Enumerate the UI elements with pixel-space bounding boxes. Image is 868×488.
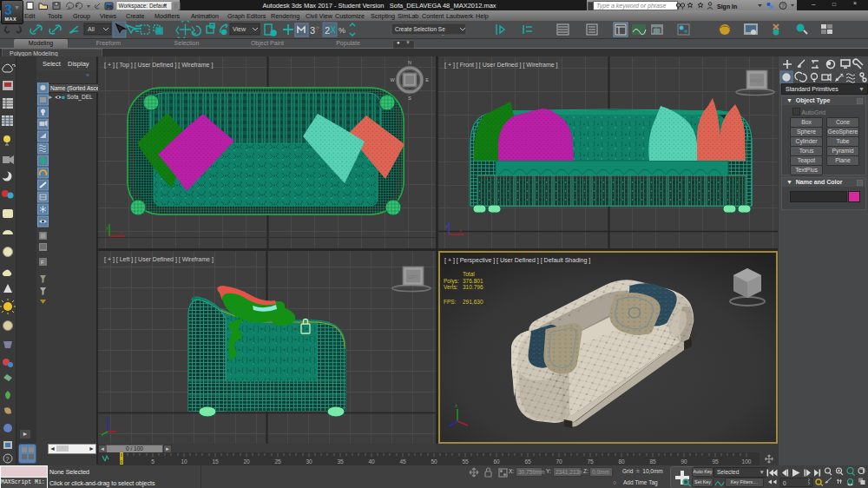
svg-text:45: 45 [399, 458, 406, 465]
svg-text:310.796: 310.796 [463, 284, 483, 290]
svg-text:5: 5 [151, 458, 155, 465]
svg-text:0: 0 [120, 459, 122, 465]
svg-text:60: 60 [493, 458, 500, 465]
svg-text:Sign In: Sign In [717, 3, 737, 10]
svg-text:F: F [41, 260, 44, 265]
svg-text:100: 100 [742, 458, 752, 465]
svg-text:3: 3 [310, 25, 315, 36]
svg-text:○: ○ [316, 25, 319, 30]
svg-text:3: 3 [4, 3, 12, 17]
svg-text:55: 55 [462, 458, 469, 465]
svg-text:85: 85 [649, 458, 656, 465]
svg-text:Verts:: Verts: [444, 284, 458, 290]
svg-text:x: x [459, 228, 462, 233]
svg-text:10: 10 [181, 458, 187, 465]
svg-text:?: ? [781, 3, 785, 9]
svg-text:90: 90 [681, 458, 687, 465]
svg-text:[ + ] [ Front ] [ User Defined: [ + ] [ Front ] [ User Defined ] [ Wiref… [444, 62, 558, 69]
svg-text:N: N [408, 60, 411, 65]
svg-text:PB: PB [107, 4, 114, 10]
svg-text:Workspace: Default: Workspace: Default [119, 3, 168, 10]
svg-text:376.801: 376.801 [463, 278, 483, 284]
svg-text:View: View [233, 26, 247, 32]
svg-text:?: ? [6, 456, 10, 462]
svg-text:25: 25 [274, 458, 281, 465]
svg-text:35: 35 [337, 458, 344, 465]
svg-text:Total: Total [463, 271, 475, 277]
svg-text:▼: ▼ [14, 4, 20, 10]
svg-text:40: 40 [368, 458, 375, 465]
svg-text:95: 95 [712, 458, 719, 465]
svg-text:%: % [339, 26, 345, 35]
svg-text:30: 30 [306, 458, 312, 465]
svg-text:z: z [455, 403, 457, 408]
svg-text:y: y [106, 225, 108, 230]
svg-text:80: 80 [618, 458, 625, 465]
svg-text:E: E [425, 77, 429, 82]
svg-text:291,630: 291,630 [463, 299, 483, 305]
svg-text:FRONT: FRONT [750, 79, 764, 83]
svg-text:65: 65 [524, 458, 531, 465]
svg-text:S: S [408, 96, 411, 101]
svg-text:MAX: MAX [5, 16, 17, 22]
svg-text:Create Selection Se: Create Selection Se [395, 26, 445, 32]
svg-text:50: 50 [431, 458, 437, 465]
svg-text:15: 15 [212, 458, 219, 465]
svg-text:70: 70 [556, 458, 562, 465]
svg-text:[ + ] [ Perspective ] [ User D: [ + ] [ Perspective ] [ User Defined ] [… [444, 257, 590, 264]
svg-text:0: 0 [783, 480, 786, 486]
svg-text:LEFT: LEFT [408, 275, 418, 280]
svg-text:x: x [120, 229, 122, 234]
svg-text:[ + ] [ Top ] [ User Defined ]: [ + ] [ Top ] [ User Defined ] [ Wirefra… [104, 62, 213, 69]
svg-text:FPS:: FPS: [444, 299, 457, 305]
svg-text:20: 20 [243, 458, 250, 465]
svg-text:W: W [390, 77, 395, 82]
svg-text:y: y [445, 223, 448, 228]
svg-text:2: 2 [325, 25, 330, 36]
svg-text:75: 75 [587, 458, 594, 465]
svg-text:[ + ] [ Left ] [ User Defined: [ + ] [ Left ] [ User Defined ] [ Wirefr… [104, 256, 214, 263]
svg-text:All: All [88, 26, 95, 32]
